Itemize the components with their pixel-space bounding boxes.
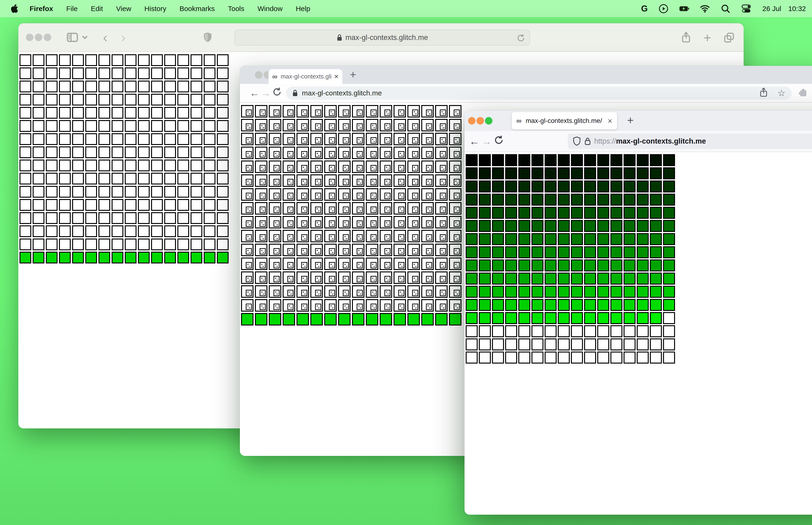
reload-icon[interactable] — [271, 87, 282, 99]
broken-image-icon — [454, 137, 460, 144]
canvas-cell — [352, 119, 364, 131]
chrome-active-tab[interactable]: ∞ max-gl-contexts.glitch.me × — [269, 69, 342, 84]
menu-item-history[interactable]: History — [144, 5, 166, 13]
new-tab-button[interactable]: + — [627, 114, 634, 127]
zoom-window-button[interactable] — [44, 34, 51, 41]
canvas-cell — [479, 167, 491, 179]
close-window-button[interactable] — [255, 71, 262, 79]
forward-button[interactable]: → — [260, 87, 271, 99]
menu-item-window[interactable]: Window — [258, 5, 282, 13]
wifi-icon[interactable] — [700, 4, 710, 14]
canvas-cell — [532, 299, 543, 311]
canvas-cell — [352, 161, 364, 173]
reload-icon[interactable] — [517, 33, 525, 45]
canvas-cell — [421, 174, 434, 187]
menu-item-bookmarks[interactable]: Bookmarks — [180, 5, 215, 13]
canvas-cell — [421, 119, 434, 131]
google-status-icon[interactable]: G — [641, 4, 648, 14]
firefox-active-tab[interactable]: ∞ max-gl-contexts.glitch.me/ × — [512, 112, 617, 130]
reload-icon[interactable] — [493, 135, 505, 148]
canvas-cell — [324, 244, 337, 256]
canvas-cell — [380, 285, 392, 298]
broken-image-icon — [412, 151, 418, 158]
canvas-cell — [138, 120, 150, 132]
close-tab-icon[interactable]: × — [334, 72, 339, 81]
broken-image-icon — [426, 207, 432, 213]
canvas-cell — [505, 180, 517, 193]
share-icon[interactable] — [681, 31, 691, 44]
menu-app-name[interactable]: Firefox — [30, 5, 53, 13]
canvas-cell — [663, 273, 675, 285]
canvas-cell — [19, 225, 31, 237]
firefox-address-bar[interactable]: https://max-gl-contexts.glitch.me — [568, 134, 812, 149]
canvas-cell — [479, 351, 491, 363]
new-tab-button[interactable]: + — [703, 30, 711, 45]
canvas-cell — [637, 180, 649, 193]
broken-image-icon — [287, 207, 293, 213]
canvas-cell — [269, 230, 281, 242]
canvas-cell — [255, 105, 267, 118]
canvas-cell — [435, 285, 448, 298]
canvas-cell — [138, 146, 150, 158]
canvas-cell — [125, 225, 137, 237]
broken-image-icon — [412, 304, 418, 310]
menu-item-tools[interactable]: Tools — [228, 5, 244, 13]
broken-image-icon — [329, 221, 335, 227]
tab-overview-icon[interactable] — [723, 32, 735, 43]
menubar-date[interactable]: 26 Jul — [763, 5, 781, 13]
broken-image-icon — [370, 179, 377, 185]
close-tab-icon[interactable]: × — [608, 116, 612, 125]
canvas-cell — [151, 94, 163, 106]
bookmark-star-icon[interactable]: ☆ — [778, 88, 785, 98]
apple-menu-icon[interactable] — [10, 4, 18, 13]
canvas-cell — [394, 285, 406, 298]
zoom-window-button[interactable] — [485, 117, 492, 124]
forward-button[interactable]: → — [480, 135, 493, 147]
canvas-cell — [408, 188, 420, 201]
menu-item-file[interactable]: File — [66, 5, 78, 13]
chevron-down-icon[interactable] — [82, 35, 88, 40]
search-icon[interactable] — [721, 4, 731, 14]
canvas-cell — [178, 160, 189, 171]
control-center-icon[interactable] — [741, 4, 751, 14]
broken-image-icon — [246, 165, 252, 171]
forward-button[interactable]: › — [121, 31, 125, 44]
back-button[interactable]: ← — [249, 87, 260, 99]
back-button[interactable]: ← — [468, 135, 480, 147]
broken-image-icon — [260, 179, 266, 185]
privacy-shield-icon[interactable] — [203, 32, 212, 43]
extensions-puzzle-icon[interactable] — [797, 87, 808, 99]
safari-address-bar[interactable]: max-gl-contexts.glitch.me — [234, 30, 530, 46]
new-tab-button[interactable]: + — [350, 68, 356, 81]
canvas-cell — [125, 94, 137, 106]
canvas-cell — [112, 54, 123, 66]
close-window-button[interactable] — [468, 117, 476, 124]
menu-item-help[interactable]: Help — [296, 5, 310, 13]
menubar-clock[interactable]: 10:32 — [788, 5, 806, 13]
canvas-cell — [558, 220, 570, 232]
chrome-address-bar[interactable]: max-gl-contexts.glitch.me ☆ — [286, 87, 792, 100]
canvas-cell — [241, 258, 254, 270]
canvas-cell — [663, 167, 675, 179]
canvas-cell — [449, 230, 461, 242]
canvas-cell — [492, 325, 504, 337]
menu-item-edit[interactable]: Edit — [91, 5, 103, 13]
minimize-window-button[interactable] — [35, 34, 42, 41]
canvas-cell — [178, 173, 189, 184]
share-icon[interactable] — [759, 87, 768, 99]
minimize-window-button[interactable] — [476, 117, 484, 124]
play-status-icon[interactable] — [659, 4, 669, 14]
canvas-cell — [310, 133, 323, 145]
menu-item-view[interactable]: View — [116, 5, 131, 13]
canvas-cell — [310, 271, 323, 284]
sidebar-icon[interactable] — [67, 33, 78, 42]
battery-charging-icon[interactable] — [679, 4, 689, 14]
canvas-cell — [33, 173, 44, 184]
canvas-cell — [164, 146, 176, 158]
canvas-cell — [72, 160, 84, 171]
canvas-cell — [338, 161, 351, 173]
canvas-cell — [33, 225, 44, 237]
canvas-cell — [492, 273, 504, 285]
close-window-button[interactable] — [26, 34, 33, 41]
back-button[interactable]: ‹ — [103, 31, 107, 44]
